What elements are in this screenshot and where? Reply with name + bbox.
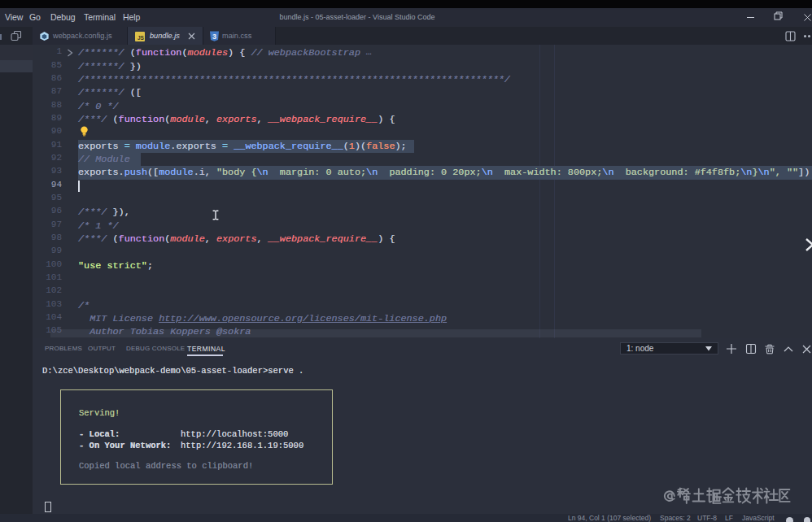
svg-text:3: 3: [212, 33, 216, 41]
